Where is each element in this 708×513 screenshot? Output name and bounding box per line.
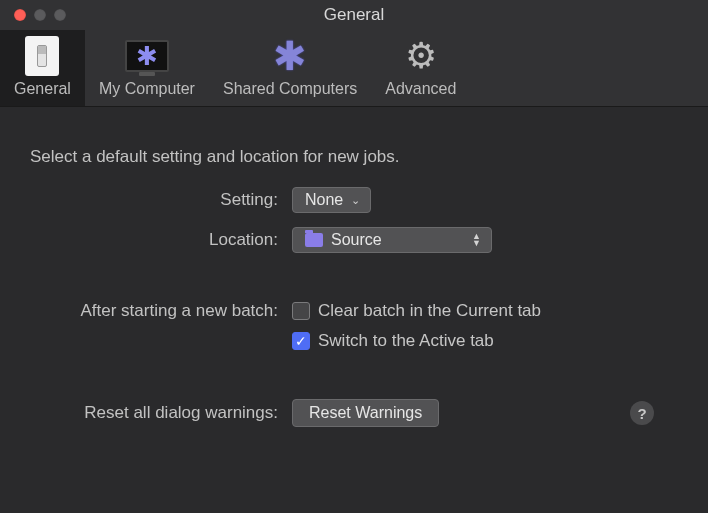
close-icon[interactable] — [14, 9, 26, 21]
section-description: Select a default setting and location fo… — [30, 147, 678, 167]
tab-general[interactable]: General — [0, 30, 85, 106]
network-icon: ✱ — [265, 36, 315, 76]
tab-advanced[interactable]: ⚙ Advanced — [371, 30, 470, 106]
batch-label: After starting a new batch: — [30, 301, 292, 321]
preferences-toolbar: General ✱ My Computer ✱ Shared Computers… — [0, 30, 708, 107]
general-icon — [17, 36, 67, 76]
monitor-icon: ✱ — [122, 36, 172, 76]
setting-label: Setting: — [30, 190, 292, 210]
tab-label: My Computer — [99, 80, 195, 98]
tab-label: Shared Computers — [223, 80, 357, 98]
tab-shared-computers[interactable]: ✱ Shared Computers — [209, 30, 371, 106]
clear-batch-checkbox[interactable] — [292, 302, 310, 320]
window-controls — [14, 9, 66, 21]
location-label: Location: — [30, 230, 292, 250]
minimize-icon[interactable] — [34, 9, 46, 21]
titlebar: General — [0, 0, 708, 30]
help-icon[interactable]: ? — [630, 401, 654, 425]
zoom-icon[interactable] — [54, 9, 66, 21]
clear-batch-label: Clear batch in the Current tab — [318, 301, 541, 321]
content-pane: Select a default setting and location fo… — [0, 107, 708, 427]
tab-my-computer[interactable]: ✱ My Computer — [85, 30, 209, 106]
setting-value: None — [305, 191, 343, 209]
location-value: Source — [331, 231, 382, 249]
reset-warnings-button[interactable]: Reset Warnings — [292, 399, 439, 427]
reset-label: Reset all dialog warnings: — [30, 403, 292, 423]
setting-select[interactable]: None ⌄ — [292, 187, 371, 213]
window-title: General — [324, 5, 384, 25]
switch-tab-checkbox[interactable]: ✓ — [292, 332, 310, 350]
switch-tab-label: Switch to the Active tab — [318, 331, 494, 351]
chevron-down-icon: ⌄ — [351, 194, 360, 207]
updown-icon: ▲▼ — [472, 233, 481, 247]
location-select[interactable]: Source ▲▼ — [292, 227, 492, 253]
gear-icon: ⚙ — [396, 36, 446, 76]
tab-label: Advanced — [385, 80, 456, 98]
tab-label: General — [14, 80, 71, 98]
folder-icon — [305, 233, 323, 247]
